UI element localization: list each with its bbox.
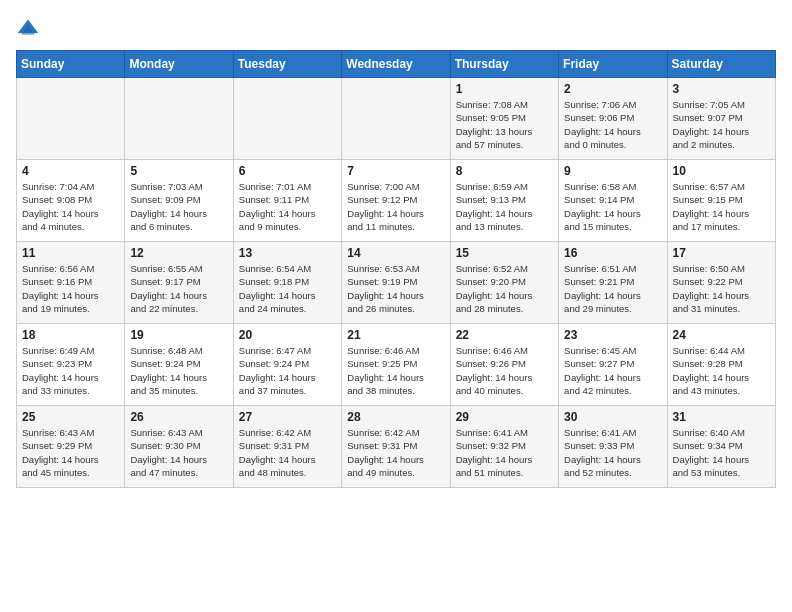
day-info: Sunrise: 6:41 AM Sunset: 9:33 PM Dayligh… xyxy=(564,426,661,479)
day-info: Sunrise: 6:45 AM Sunset: 9:27 PM Dayligh… xyxy=(564,344,661,397)
day-number: 1 xyxy=(456,82,553,96)
day-number: 8 xyxy=(456,164,553,178)
weekday-header-monday: Monday xyxy=(125,51,233,78)
day-number: 22 xyxy=(456,328,553,342)
day-info: Sunrise: 6:43 AM Sunset: 9:30 PM Dayligh… xyxy=(130,426,227,479)
calendar-cell: 15Sunrise: 6:52 AM Sunset: 9:20 PM Dayli… xyxy=(450,242,558,324)
calendar-cell: 31Sunrise: 6:40 AM Sunset: 9:34 PM Dayli… xyxy=(667,406,775,488)
weekday-header-saturday: Saturday xyxy=(667,51,775,78)
day-number: 25 xyxy=(22,410,119,424)
day-number: 29 xyxy=(456,410,553,424)
day-info: Sunrise: 6:59 AM Sunset: 9:13 PM Dayligh… xyxy=(456,180,553,233)
calendar-cell: 6Sunrise: 7:01 AM Sunset: 9:11 PM Daylig… xyxy=(233,160,341,242)
day-number: 13 xyxy=(239,246,336,260)
day-number: 30 xyxy=(564,410,661,424)
day-info: Sunrise: 7:01 AM Sunset: 9:11 PM Dayligh… xyxy=(239,180,336,233)
day-info: Sunrise: 6:49 AM Sunset: 9:23 PM Dayligh… xyxy=(22,344,119,397)
calendar-cell: 21Sunrise: 6:46 AM Sunset: 9:25 PM Dayli… xyxy=(342,324,450,406)
day-info: Sunrise: 6:54 AM Sunset: 9:18 PM Dayligh… xyxy=(239,262,336,315)
day-number: 16 xyxy=(564,246,661,260)
calendar-cell: 14Sunrise: 6:53 AM Sunset: 9:19 PM Dayli… xyxy=(342,242,450,324)
day-number: 5 xyxy=(130,164,227,178)
day-number: 26 xyxy=(130,410,227,424)
week-row-4: 18Sunrise: 6:49 AM Sunset: 9:23 PM Dayli… xyxy=(17,324,776,406)
day-number: 4 xyxy=(22,164,119,178)
calendar-cell: 29Sunrise: 6:41 AM Sunset: 9:32 PM Dayli… xyxy=(450,406,558,488)
logo xyxy=(16,16,44,40)
calendar-cell xyxy=(233,78,341,160)
day-number: 21 xyxy=(347,328,444,342)
day-info: Sunrise: 6:57 AM Sunset: 9:15 PM Dayligh… xyxy=(673,180,770,233)
day-info: Sunrise: 6:52 AM Sunset: 9:20 PM Dayligh… xyxy=(456,262,553,315)
weekday-header-thursday: Thursday xyxy=(450,51,558,78)
day-number: 14 xyxy=(347,246,444,260)
week-row-1: 1Sunrise: 7:08 AM Sunset: 9:05 PM Daylig… xyxy=(17,78,776,160)
day-info: Sunrise: 7:04 AM Sunset: 9:08 PM Dayligh… xyxy=(22,180,119,233)
calendar-cell: 24Sunrise: 6:44 AM Sunset: 9:28 PM Dayli… xyxy=(667,324,775,406)
calendar-cell: 19Sunrise: 6:48 AM Sunset: 9:24 PM Dayli… xyxy=(125,324,233,406)
day-number: 12 xyxy=(130,246,227,260)
day-info: Sunrise: 6:55 AM Sunset: 9:17 PM Dayligh… xyxy=(130,262,227,315)
calendar-cell: 9Sunrise: 6:58 AM Sunset: 9:14 PM Daylig… xyxy=(559,160,667,242)
calendar-cell xyxy=(342,78,450,160)
day-number: 6 xyxy=(239,164,336,178)
calendar-table: SundayMondayTuesdayWednesdayThursdayFrid… xyxy=(16,50,776,488)
day-info: Sunrise: 7:08 AM Sunset: 9:05 PM Dayligh… xyxy=(456,98,553,151)
day-number: 11 xyxy=(22,246,119,260)
day-number: 24 xyxy=(673,328,770,342)
day-number: 20 xyxy=(239,328,336,342)
day-info: Sunrise: 6:42 AM Sunset: 9:31 PM Dayligh… xyxy=(239,426,336,479)
page-header xyxy=(16,16,776,40)
calendar-cell: 1Sunrise: 7:08 AM Sunset: 9:05 PM Daylig… xyxy=(450,78,558,160)
day-number: 3 xyxy=(673,82,770,96)
calendar-cell: 5Sunrise: 7:03 AM Sunset: 9:09 PM Daylig… xyxy=(125,160,233,242)
day-number: 17 xyxy=(673,246,770,260)
day-number: 19 xyxy=(130,328,227,342)
day-info: Sunrise: 6:42 AM Sunset: 9:31 PM Dayligh… xyxy=(347,426,444,479)
calendar-cell: 7Sunrise: 7:00 AM Sunset: 9:12 PM Daylig… xyxy=(342,160,450,242)
day-number: 23 xyxy=(564,328,661,342)
calendar-cell: 3Sunrise: 7:05 AM Sunset: 9:07 PM Daylig… xyxy=(667,78,775,160)
day-number: 28 xyxy=(347,410,444,424)
day-info: Sunrise: 7:06 AM Sunset: 9:06 PM Dayligh… xyxy=(564,98,661,151)
calendar-cell: 13Sunrise: 6:54 AM Sunset: 9:18 PM Dayli… xyxy=(233,242,341,324)
weekday-header-sunday: Sunday xyxy=(17,51,125,78)
day-number: 7 xyxy=(347,164,444,178)
day-info: Sunrise: 6:40 AM Sunset: 9:34 PM Dayligh… xyxy=(673,426,770,479)
calendar-cell: 10Sunrise: 6:57 AM Sunset: 9:15 PM Dayli… xyxy=(667,160,775,242)
day-info: Sunrise: 6:58 AM Sunset: 9:14 PM Dayligh… xyxy=(564,180,661,233)
day-number: 2 xyxy=(564,82,661,96)
calendar-cell: 22Sunrise: 6:46 AM Sunset: 9:26 PM Dayli… xyxy=(450,324,558,406)
day-info: Sunrise: 6:41 AM Sunset: 9:32 PM Dayligh… xyxy=(456,426,553,479)
calendar-body: 1Sunrise: 7:08 AM Sunset: 9:05 PM Daylig… xyxy=(17,78,776,488)
calendar-header: SundayMondayTuesdayWednesdayThursdayFrid… xyxy=(17,51,776,78)
day-info: Sunrise: 6:46 AM Sunset: 9:26 PM Dayligh… xyxy=(456,344,553,397)
day-info: Sunrise: 7:03 AM Sunset: 9:09 PM Dayligh… xyxy=(130,180,227,233)
day-info: Sunrise: 6:48 AM Sunset: 9:24 PM Dayligh… xyxy=(130,344,227,397)
calendar-cell: 4Sunrise: 7:04 AM Sunset: 9:08 PM Daylig… xyxy=(17,160,125,242)
calendar-cell: 12Sunrise: 6:55 AM Sunset: 9:17 PM Dayli… xyxy=(125,242,233,324)
calendar-cell: 26Sunrise: 6:43 AM Sunset: 9:30 PM Dayli… xyxy=(125,406,233,488)
calendar-cell: 16Sunrise: 6:51 AM Sunset: 9:21 PM Dayli… xyxy=(559,242,667,324)
logo-icon xyxy=(16,16,40,40)
calendar-cell xyxy=(125,78,233,160)
week-row-3: 11Sunrise: 6:56 AM Sunset: 9:16 PM Dayli… xyxy=(17,242,776,324)
calendar-cell: 2Sunrise: 7:06 AM Sunset: 9:06 PM Daylig… xyxy=(559,78,667,160)
day-number: 18 xyxy=(22,328,119,342)
day-info: Sunrise: 6:44 AM Sunset: 9:28 PM Dayligh… xyxy=(673,344,770,397)
calendar-cell: 17Sunrise: 6:50 AM Sunset: 9:22 PM Dayli… xyxy=(667,242,775,324)
day-info: Sunrise: 7:05 AM Sunset: 9:07 PM Dayligh… xyxy=(673,98,770,151)
weekday-header-friday: Friday xyxy=(559,51,667,78)
calendar-cell: 20Sunrise: 6:47 AM Sunset: 9:24 PM Dayli… xyxy=(233,324,341,406)
calendar-cell: 30Sunrise: 6:41 AM Sunset: 9:33 PM Dayli… xyxy=(559,406,667,488)
day-number: 27 xyxy=(239,410,336,424)
day-number: 9 xyxy=(564,164,661,178)
calendar-cell: 27Sunrise: 6:42 AM Sunset: 9:31 PM Dayli… xyxy=(233,406,341,488)
calendar-cell: 8Sunrise: 6:59 AM Sunset: 9:13 PM Daylig… xyxy=(450,160,558,242)
week-row-2: 4Sunrise: 7:04 AM Sunset: 9:08 PM Daylig… xyxy=(17,160,776,242)
day-info: Sunrise: 6:46 AM Sunset: 9:25 PM Dayligh… xyxy=(347,344,444,397)
day-info: Sunrise: 7:00 AM Sunset: 9:12 PM Dayligh… xyxy=(347,180,444,233)
day-info: Sunrise: 6:56 AM Sunset: 9:16 PM Dayligh… xyxy=(22,262,119,315)
weekday-row: SundayMondayTuesdayWednesdayThursdayFrid… xyxy=(17,51,776,78)
calendar-cell: 23Sunrise: 6:45 AM Sunset: 9:27 PM Dayli… xyxy=(559,324,667,406)
